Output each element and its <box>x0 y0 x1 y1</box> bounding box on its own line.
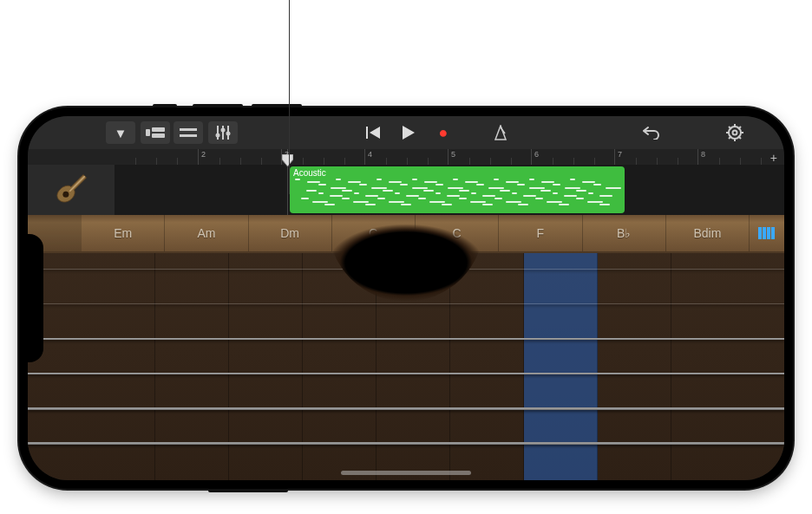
ruler-bar[interactable] <box>115 149 198 165</box>
svg-marker-26 <box>282 154 293 166</box>
chord-button[interactable]: Am <box>165 215 248 251</box>
svg-point-8 <box>216 133 220 138</box>
fx-icon <box>180 127 197 139</box>
bar-number: 4 <box>368 150 372 159</box>
svg-rect-11 <box>366 127 368 139</box>
ruler-bar[interactable]: 8 <box>697 149 781 165</box>
fret-column[interactable] <box>524 253 598 480</box>
bar-number: 2 <box>201 150 206 159</box>
region-notes <box>295 179 619 210</box>
chord-button[interactable]: B♭ <box>583 215 666 251</box>
svg-point-9 <box>221 128 226 133</box>
rewind-icon <box>366 127 382 139</box>
volume-down-button <box>252 104 302 107</box>
track-controls-button[interactable] <box>208 121 238 144</box>
track-row: Acoustic <box>28 165 784 215</box>
track-header[interactable] <box>28 165 115 215</box>
ruler[interactable]: 2345678 <box>28 149 784 165</box>
fret-column[interactable] <box>598 253 671 480</box>
play-button[interactable] <box>394 121 423 144</box>
autoplay-button[interactable] <box>750 215 784 251</box>
go-to-beginning-button[interactable] <box>359 121 389 144</box>
fret-column[interactable] <box>155 253 229 480</box>
svg-rect-29 <box>758 227 762 239</box>
fretboard: EmAmDmGCFB♭Bdim <box>28 215 784 480</box>
fret-column[interactable] <box>82 253 155 480</box>
sliders-icon <box>215 126 231 140</box>
chord-button[interactable]: Bdim <box>666 215 750 251</box>
guitar-string[interactable] <box>28 373 784 374</box>
phone-frame: ▼ <box>19 107 793 489</box>
record-button[interactable]: ● <box>429 121 458 144</box>
bar-number: 5 <box>451 150 455 159</box>
guitar-string[interactable] <box>28 442 784 445</box>
svg-rect-31 <box>767 227 770 239</box>
tracks-view-icon <box>146 127 165 139</box>
svg-point-17 <box>733 131 737 135</box>
svg-rect-2 <box>152 133 165 138</box>
screen: ▼ <box>28 116 784 480</box>
browser-button[interactable]: ▼ <box>106 121 135 144</box>
gear-icon <box>726 124 743 141</box>
ruler-bar[interactable]: 3 <box>281 149 364 165</box>
fret-column[interactable] <box>229 253 303 480</box>
guitar-string[interactable] <box>28 338 784 340</box>
mute-switch <box>153 104 177 107</box>
metronome-button[interactable] <box>486 121 515 144</box>
playhead[interactable] <box>282 154 293 166</box>
fx-button[interactable] <box>174 121 203 144</box>
ruler-bar[interactable]: 2 <box>198 149 281 165</box>
svg-marker-12 <box>370 127 380 139</box>
svg-marker-13 <box>403 126 415 140</box>
svg-rect-30 <box>763 227 766 239</box>
strings-area[interactable] <box>28 253 784 480</box>
svg-point-10 <box>226 132 231 136</box>
guitar-string[interactable] <box>28 407 784 410</box>
ruler-bar[interactable]: 6 <box>531 149 614 165</box>
add-section-button[interactable]: + <box>770 151 777 165</box>
settings-button[interactable] <box>720 121 750 144</box>
triangle-down-icon: ▼ <box>115 126 128 140</box>
bar-number: 8 <box>701 150 705 159</box>
record-icon: ● <box>439 124 449 142</box>
view-button[interactable] <box>141 121 170 144</box>
chord-button[interactable]: Em <box>82 215 165 251</box>
svg-rect-0 <box>146 129 150 136</box>
toolbar: ▼ <box>28 116 784 149</box>
side-button <box>208 489 288 492</box>
notch <box>28 234 43 362</box>
guitar-icon <box>53 172 89 208</box>
guitar-string[interactable] <box>28 303 784 304</box>
autoplay-icon <box>758 227 776 239</box>
bar-number: 7 <box>618 150 622 159</box>
ruler-bar[interactable]: 4 <box>364 149 448 165</box>
volume-up-button <box>193 104 243 107</box>
undo-icon <box>643 126 660 140</box>
midi-region[interactable]: Acoustic <box>290 166 625 213</box>
chord-button[interactable]: F <box>499 215 582 251</box>
ruler-bar[interactable]: 7 <box>614 149 697 165</box>
svg-rect-4 <box>180 134 197 137</box>
region-label: Acoustic <box>293 168 621 178</box>
chord-button[interactable]: Dm <box>249 215 332 251</box>
home-indicator[interactable] <box>341 471 471 475</box>
undo-button[interactable] <box>637 121 666 144</box>
fret-column[interactable] <box>450 253 524 480</box>
svg-point-27 <box>62 192 69 198</box>
svg-rect-32 <box>771 227 775 239</box>
metronome-icon <box>493 125 508 140</box>
ruler-bar[interactable]: 5 <box>448 149 531 165</box>
bar-number: 6 <box>534 150 539 159</box>
svg-rect-1 <box>152 127 165 132</box>
svg-rect-3 <box>180 128 197 131</box>
callout-line <box>289 0 290 194</box>
svg-line-28 <box>69 176 85 192</box>
play-icon <box>403 126 415 140</box>
